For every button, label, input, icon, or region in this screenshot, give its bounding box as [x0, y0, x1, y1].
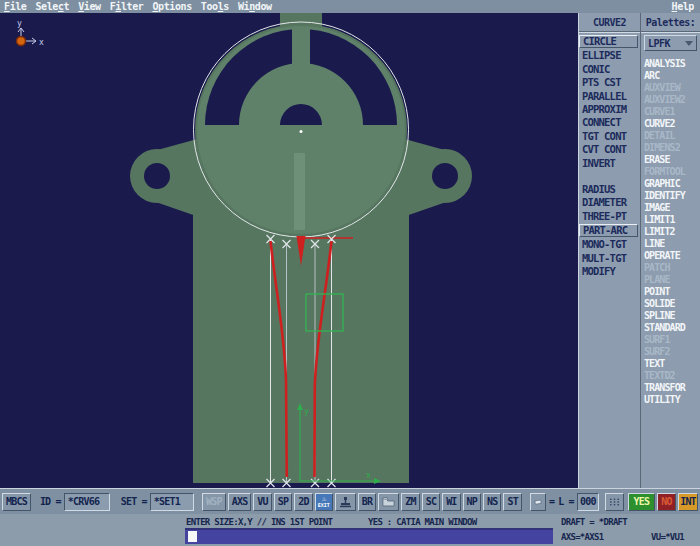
palettes-dropdown-value: LPFK — [648, 38, 670, 49]
stamp-icon — [339, 496, 352, 508]
palette-item-analysis[interactable]: ANALYSIS — [641, 58, 700, 70]
curve2-item-pts-cst[interactable]: PTS CST — [579, 76, 640, 89]
curve2-item-approxim[interactable]: APPROXIM — [579, 103, 640, 116]
br-button[interactable]: BR — [358, 493, 376, 511]
palette-item-point[interactable]: POINT — [641, 286, 700, 298]
tb-sp-button[interactable]: SP — [274, 493, 292, 511]
palette-item-text[interactable]: TEXT — [641, 358, 700, 370]
palette-item-patch: PATCH — [641, 262, 700, 274]
palette-item-auxview: AUXVIEW — [641, 82, 700, 94]
curve2-item-cvt-cont[interactable]: CVT CONT — [579, 143, 640, 156]
palette-item-graphic[interactable]: GRAPHIC — [641, 178, 700, 190]
set-label: SET = — [120, 496, 148, 507]
command-input[interactable] — [185, 528, 553, 544]
menu-select[interactable]: Select — [36, 1, 70, 12]
curve2-item-three-pt[interactable]: THREE-PT — [579, 210, 640, 223]
mbcs-button[interactable]: MBCS — [2, 493, 31, 511]
tb-zm-button[interactable]: ZM — [401, 493, 419, 511]
curve2-item-radius[interactable]: RADIUS — [579, 183, 640, 196]
l-label: L = — [557, 496, 575, 507]
curve2-item-parallel[interactable]: PARALLEL — [579, 90, 640, 103]
curve2-item-tgt-cont[interactable]: TGT CONT — [579, 130, 640, 143]
curve2-item-circle[interactable]: CIRCLE — [579, 35, 638, 48]
tb-2d-button[interactable]: 2D — [294, 493, 312, 511]
curve2-group-1: RADIUSDIAMETERTHREE-PTPART-ARCMONO-TGTMU… — [579, 183, 640, 279]
palette-item-detail: DETAIL — [641, 130, 700, 142]
eraser-button[interactable] — [530, 493, 546, 511]
tb-st-button[interactable]: ST — [503, 493, 521, 511]
palettes-items: ANALYSISARCAUXVIEWAUXVIEW2CURVE1CURVE2DE… — [641, 58, 700, 406]
curve2-item-connect[interactable]: CONNECT — [579, 116, 640, 129]
curve2-item-part-arc[interactable]: PART-ARC — [579, 224, 638, 237]
menu-help[interactable]: Help — [672, 1, 695, 12]
menu-view[interactable]: View — [78, 1, 101, 12]
palette-item-operate[interactable]: OPERATE — [641, 250, 700, 262]
drawing-canvas[interactable]: y x y x — [0, 13, 578, 488]
ucs-origin-dot — [17, 37, 26, 46]
menu-file[interactable]: File — [4, 1, 27, 12]
exit-button[interactable]: ♨ EXIT — [315, 493, 333, 511]
axs-indicator: AXS=*AXS1 — [561, 532, 603, 542]
text-cursor — [188, 531, 197, 542]
curve2-item-diameter[interactable]: DIAMETER — [579, 196, 640, 209]
curve2-panel-title: CURVE2 — [579, 13, 640, 28]
stamp-button[interactable] — [335, 493, 356, 511]
yes-button[interactable]: YES — [628, 493, 655, 511]
catia-main-window: { "menu": { "items": [ {"label": "File",… — [0, 0, 700, 546]
palette-item-line[interactable]: LINE — [641, 238, 700, 250]
palette-item-textd2: TEXTD2 — [641, 370, 700, 382]
grid-button[interactable] — [605, 493, 624, 511]
tb-wi-button[interactable]: WI — [442, 493, 460, 511]
curve2-item-mult-tgt[interactable]: MULT-TGT — [579, 252, 640, 265]
palette-item-solide[interactable]: SOLIDE — [641, 298, 700, 310]
folder-button[interactable] — [378, 493, 399, 511]
tb-ns-button[interactable]: NS — [483, 493, 501, 511]
palette-item-identify[interactable]: IDENTIFY — [641, 190, 700, 202]
palette-item-erase[interactable]: ERASE — [641, 154, 700, 166]
palettes-panel-title: Palettes: — [641, 13, 700, 28]
palette-item-standard[interactable]: STANDARD — [641, 322, 700, 334]
curve2-item-invert[interactable]: INVERT — [579, 157, 640, 170]
palettes-dropdown[interactable]: LPFK — [644, 35, 697, 51]
menu-window[interactable]: Window — [238, 1, 272, 12]
exit-button-label: EXIT — [318, 502, 330, 508]
palette-item-image[interactable]: IMAGE — [641, 202, 700, 214]
palette-item-curve2[interactable]: CURVE2 — [641, 118, 700, 130]
menu-tools[interactable]: Tools — [201, 1, 229, 12]
equals-label: = — [548, 496, 555, 507]
toolbar-group-b: ZMSCWINPNSST — [401, 493, 522, 511]
canvas-svg[interactable]: y x y x — [0, 13, 578, 488]
curve2-item-mono-tgt[interactable]: MONO-TGT — [579, 238, 640, 251]
palette-item-limit2[interactable]: LIMIT2 — [641, 226, 700, 238]
palette-item-plane: PLANE — [641, 274, 700, 286]
palette-item-arc[interactable]: ARC — [641, 70, 700, 82]
menu-options[interactable]: Options — [152, 1, 191, 12]
palette-item-limit1[interactable]: LIMIT1 — [641, 214, 700, 226]
tb-wsp-button: WSP — [202, 493, 226, 511]
set-field[interactable]: *SET1 — [150, 493, 194, 511]
palette-item-surf1: SURF1 — [641, 334, 700, 346]
palette-item-utility[interactable]: UTILITY — [641, 394, 700, 406]
curve2-item-ellipse[interactable]: ELLIPSE — [579, 49, 640, 62]
menu-filter[interactable]: Filter — [110, 1, 144, 12]
id-field[interactable]: *CRV66 — [64, 493, 110, 511]
palette-item-auxview2: AUXVIEW2 — [641, 94, 700, 106]
palette-item-spline[interactable]: SPLINE — [641, 310, 700, 322]
tb-sc-button[interactable]: SC — [422, 493, 440, 511]
curve2-item-modify[interactable]: MODIFY — [579, 265, 640, 278]
toolbar-group-a: WSPAXSVUSP2D — [202, 493, 313, 511]
no-button[interactable]: NO — [657, 493, 676, 511]
tb-axs-button[interactable]: AXS — [228, 493, 252, 511]
chevron-down-icon — [685, 41, 693, 46]
tb-vu-button[interactable]: VU — [253, 493, 271, 511]
palette-item-formtool: FORMTOOL — [641, 166, 700, 178]
palettes-panel: Palettes: LPFK ANALYSISARCAUXVIEWAUXVIEW… — [640, 13, 700, 488]
curve2-group-0: CIRCLEELLIPSECONICPTS CSTPARALLELAPPROXI… — [579, 35, 640, 170]
tb-np-button[interactable]: NP — [463, 493, 481, 511]
vu-indicator: VU=*VU1 — [651, 532, 684, 542]
ucs-x-label: x — [39, 38, 44, 47]
int-button[interactable]: INT — [678, 493, 698, 511]
l-value-field[interactable]: 000 — [577, 493, 599, 511]
curve2-item-conic[interactable]: CONIC — [579, 63, 640, 76]
palette-item-transfor[interactable]: TRANSFOR — [641, 382, 700, 394]
